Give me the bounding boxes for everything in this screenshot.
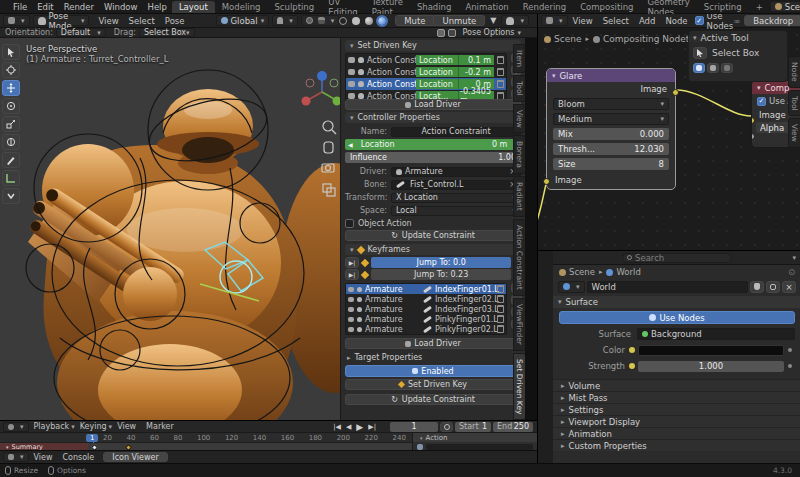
start-frame-field[interactable]: Start1 (455, 422, 491, 432)
solid-shading-icon[interactable] (352, 17, 360, 25)
icon-viewer-button[interactable]: Icon Viewer (103, 452, 167, 462)
orientation-selector[interactable]: Global ▾ (216, 15, 270, 26)
workspace-tab-shading[interactable]: Shading (410, 1, 459, 13)
jump-to-end-button[interactable]: ▶| (368, 423, 376, 431)
select-mode-new[interactable] (693, 63, 705, 73)
browse-world-button[interactable]: ▾ (558, 281, 585, 293)
space-dropdown[interactable]: Local ▾ (391, 206, 521, 216)
section-settings[interactable]: ▸Settings (553, 403, 800, 415)
add-workspace-button[interactable]: + (749, 1, 770, 13)
menu-view[interactable]: View (568, 16, 598, 26)
menu-marker[interactable]: Marker (141, 422, 179, 431)
location-slider[interactable]: ◀ Location 0 m ▶ (345, 139, 521, 150)
auto-keying-clock-button[interactable] (440, 422, 453, 432)
viewport-3d[interactable]: User Perspective (1) Armature : Turret_C… (0, 38, 340, 420)
sidebar-tab-item[interactable]: Item (513, 44, 525, 73)
bone-row[interactable]: Armature IndexFinger03.L (346, 304, 506, 314)
link-icon[interactable]: ∞ (733, 16, 740, 26)
backdrop-button[interactable]: Backdrop (744, 15, 800, 26)
update-constraint-button-2[interactable]: ↻ Update Constraint (345, 394, 521, 405)
sidebar-tab-tool[interactable]: Tool (513, 75, 525, 102)
object-action-checkbox[interactable] (345, 219, 354, 228)
unlink-button[interactable]: × (782, 281, 796, 293)
drag-setting-dropdown[interactable]: Select Box ▾ (139, 28, 195, 37)
xray-toggle-icon[interactable] (448, 29, 456, 37)
delete-icon[interactable] (497, 285, 504, 293)
tool-annotate[interactable] (2, 152, 20, 168)
jump-to-start-button[interactable]: |◀ (333, 423, 341, 431)
active-tool-row[interactable]: Select Box (693, 47, 783, 59)
workspace-tab-layout[interactable]: Layout (172, 1, 215, 13)
jump-to-023-button[interactable]: Jump To: 0.23 (371, 269, 511, 280)
menu-view[interactable]: View (93, 16, 123, 26)
delete-icon[interactable] (497, 68, 504, 76)
pose-options-dropdown[interactable]: Pose Options ▾ (463, 28, 521, 37)
constraint-row[interactable]: Action Constraint Location 0.1 m (346, 54, 506, 66)
menu-select[interactable]: Select (124, 16, 160, 26)
panel-header-set-driven-key[interactable]: ▾ Set Driven Key (345, 40, 521, 51)
menu-select[interactable]: Select (598, 16, 634, 26)
section-volume[interactable]: ▸Volume (553, 379, 800, 391)
use-nodes-button[interactable]: Use Nodes (559, 311, 795, 324)
tool-pose-breakdowner[interactable] (2, 188, 20, 204)
menu-view[interactable]: View (112, 422, 141, 431)
bone-row[interactable]: Armature PinkyFinger02.L (346, 324, 506, 334)
menu-console[interactable]: Console (58, 453, 100, 462)
bone-row-selected[interactable]: Armature IndexFinger01.L (346, 284, 506, 294)
surface-section-header[interactable]: ▾ Surface (553, 296, 800, 308)
menu-view[interactable]: View (29, 453, 58, 462)
current-frame-field[interactable]: 1 (390, 422, 438, 432)
glare-type-dropdown[interactable]: Bloom ▾ (553, 98, 669, 110)
animate-dot-icon[interactable] (788, 348, 792, 352)
prev-keyframe-button[interactable]: ◀ (346, 423, 351, 431)
constraint-row[interactable]: Action Constraint_flip... Location -0.2 … (346, 66, 506, 78)
pose-display-dropdown[interactable]: ▾ (501, 15, 529, 26)
wireframe-shading-icon[interactable] (339, 17, 347, 25)
glare-node[interactable]: ▾ Glare Image Bloom ▾ Medium ▾ Mix 0.000… (546, 68, 676, 190)
proportional-editing-button[interactable]: ▾ (301, 15, 340, 26)
properties-search[interactable]: Search (622, 253, 732, 263)
name-field[interactable]: Action Constraint (391, 127, 521, 137)
workspace-tab-compositing[interactable]: Compositing (573, 1, 640, 13)
tool-move[interactable] (2, 80, 20, 96)
scene-selector[interactable]: Scene × (770, 1, 800, 12)
section-mist-pass[interactable]: ▸Mist Pass (553, 391, 800, 403)
delete-icon[interactable] (497, 315, 504, 323)
controller-properties-header[interactable]: ▾ Controller Properties (345, 112, 521, 123)
delete-icon[interactable] (497, 305, 504, 313)
color-swatch[interactable] (638, 345, 784, 356)
workspace-tab-modeling[interactable]: Modeling (215, 1, 268, 13)
end-frame-field[interactable]: End250 (493, 422, 533, 432)
node-canvas[interactable]: Scene ▸ Compositing Nodetree ▾ Glare Ima… (538, 28, 800, 250)
sidebar-tab-viewfinder[interactable]: ViewFinder (513, 298, 525, 351)
workspace-tab-sculpting[interactable]: Sculpting (267, 1, 321, 13)
glare-threshold-field[interactable]: Thresh... 12.030 (553, 143, 669, 155)
bone-field[interactable]: Fist_Control.L × (391, 180, 521, 190)
action-panel-header[interactable]: ▾ Action (413, 433, 537, 442)
section-animation[interactable]: ▸Animation (553, 427, 800, 439)
chevron-down-icon[interactable]: ▾ (552, 72, 556, 80)
decrement-icon[interactable]: ◀ (348, 141, 353, 148)
filter-icon[interactable]: ▼ (485, 16, 501, 25)
use-nodes-checkbox[interactable]: ✓ (695, 16, 704, 25)
use-alpha-checkbox[interactable]: ✓ (757, 97, 766, 106)
unmute-button[interactable]: Unmute (434, 15, 485, 26)
snap-toggle[interactable]: ▾ (272, 15, 298, 26)
workspace-tab-animation[interactable]: Animation (458, 1, 515, 13)
menu-window[interactable]: Window (99, 2, 143, 12)
animate-dot-icon[interactable] (788, 364, 792, 368)
delete-icon[interactable] (497, 325, 504, 333)
transform-dropdown[interactable]: X Location ▾ (391, 193, 521, 203)
delete-icon[interactable] (497, 80, 504, 88)
pin-icon[interactable]: ⊙ (788, 267, 795, 277)
editor-type-button[interactable]: ▾ (3, 15, 30, 26)
load-driver-button-2[interactable]: Load Driver (345, 338, 521, 349)
action-field[interactable] (426, 444, 533, 450)
rendered-shading-icon[interactable] (378, 17, 386, 25)
image-output-socket[interactable] (672, 89, 679, 96)
set-driven-key-button[interactable]: Set Driven Key (345, 379, 521, 390)
timeline-ruler[interactable]: 20406080100120140160180200220240 ​1 (0, 433, 412, 443)
surface-shader-field[interactable]: Background (637, 328, 795, 340)
select-mode-subtract[interactable] (721, 63, 733, 73)
node-tab-view[interactable]: View (788, 118, 800, 148)
